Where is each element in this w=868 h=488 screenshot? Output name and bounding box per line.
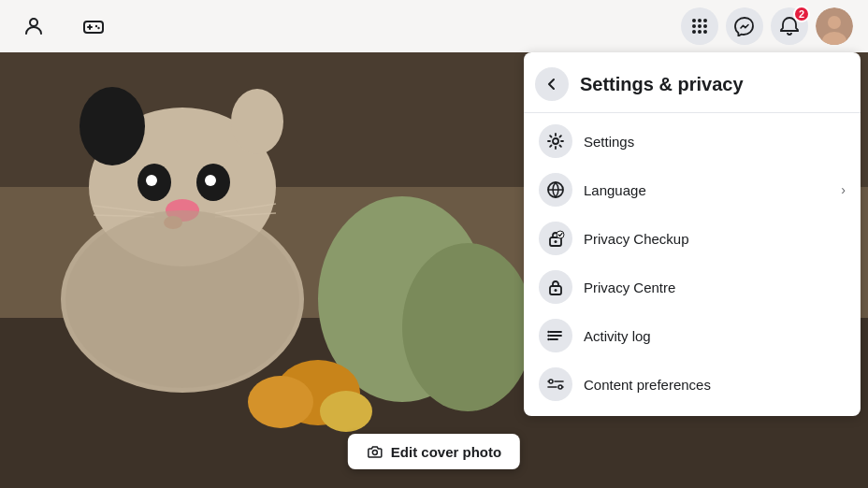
settings-item-content-preferences-left: Content preferences <box>539 367 711 401</box>
settings-item-privacy-centre-left: Privacy Centre <box>539 270 675 304</box>
camera-icon <box>367 443 383 460</box>
settings-item-content-preferences[interactable]: Content preferences <box>524 360 861 409</box>
navbar: 2 <box>0 0 868 52</box>
privacy-checkup-lock-icon <box>539 222 572 255</box>
notification-count: 2 <box>793 6 810 22</box>
svg-point-52 <box>547 331 549 333</box>
language-chevron-icon: › <box>841 182 846 197</box>
privacy-checkup-label: Privacy Checkup <box>584 231 689 247</box>
svg-point-34 <box>703 24 707 28</box>
svg-point-14 <box>146 175 157 186</box>
activity-log-list-icon <box>539 319 572 352</box>
language-label: Language <box>584 182 646 198</box>
navbar-right: 2 <box>681 7 853 45</box>
settings-divider <box>524 112 861 113</box>
privacy-centre-lock-icon <box>539 270 572 304</box>
svg-point-10 <box>80 87 145 165</box>
svg-point-35 <box>692 30 696 34</box>
svg-point-41 <box>372 451 377 455</box>
account-menu-button[interactable] <box>816 7 853 45</box>
svg-point-22 <box>65 210 299 388</box>
edit-cover-label: Edit cover photo <box>391 444 501 460</box>
settings-item-settings-left: Settings <box>539 124 634 158</box>
svg-point-7 <box>320 391 372 432</box>
back-arrow-icon <box>544 77 559 92</box>
settings-item-settings[interactable]: Settings <box>524 117 861 165</box>
svg-point-15 <box>205 175 216 186</box>
svg-point-23 <box>30 19 37 26</box>
svg-point-32 <box>692 24 696 28</box>
svg-point-45 <box>555 240 557 243</box>
svg-point-6 <box>248 376 313 428</box>
settings-item-activity-log[interactable]: Activity log <box>524 311 861 360</box>
svg-point-54 <box>547 338 549 340</box>
settings-item-language-left: Language <box>539 173 646 207</box>
edit-cover-photo-button[interactable]: Edit cover photo <box>348 434 520 469</box>
activity-log-label: Activity log <box>584 328 651 344</box>
svg-point-33 <box>698 24 702 28</box>
svg-point-37 <box>703 30 707 34</box>
svg-point-31 <box>703 19 707 22</box>
settings-item-activity-log-left: Activity log <box>539 319 651 352</box>
notifications-button[interactable]: 2 <box>771 7 808 45</box>
svg-point-48 <box>555 289 557 292</box>
back-button[interactable] <box>535 67 569 101</box>
settings-header: Settings & privacy <box>524 60 861 108</box>
settings-gear-icon <box>539 124 572 158</box>
content-preferences-icon <box>539 367 572 401</box>
svg-point-42 <box>553 138 558 144</box>
svg-point-29 <box>692 19 696 22</box>
profile-nav-icon[interactable] <box>15 7 52 45</box>
svg-point-4 <box>402 243 533 411</box>
svg-point-36 <box>698 30 702 34</box>
navbar-left <box>15 7 112 45</box>
settings-panel-title: Settings & privacy <box>580 74 744 95</box>
settings-item-privacy-checkup[interactable]: Privacy Checkup <box>524 214 861 263</box>
svg-point-28 <box>97 27 99 29</box>
settings-label: Settings <box>584 134 634 150</box>
svg-point-53 <box>547 335 549 337</box>
language-globe-icon <box>539 173 572 207</box>
settings-item-language[interactable]: Language › <box>524 165 861 214</box>
settings-item-privacy-centre[interactable]: Privacy Centre <box>524 263 861 311</box>
svg-point-30 <box>698 19 702 22</box>
settings-privacy-panel: Settings & privacy Settings Language <box>524 52 861 416</box>
gaming-nav-icon[interactable] <box>75 7 112 45</box>
svg-point-39 <box>828 16 841 29</box>
svg-point-27 <box>95 25 97 27</box>
messenger-button[interactable] <box>726 7 763 45</box>
content-preferences-label: Content preferences <box>584 377 711 393</box>
svg-point-11 <box>231 89 283 154</box>
privacy-centre-label: Privacy Centre <box>584 280 675 295</box>
settings-item-privacy-checkup-left: Privacy Checkup <box>539 222 689 255</box>
grid-menu-button[interactable] <box>681 7 718 45</box>
